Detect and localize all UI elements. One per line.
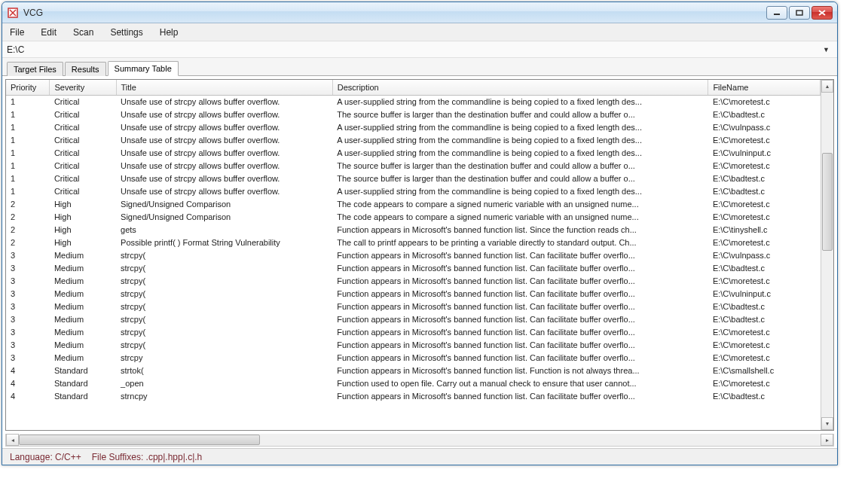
tab-row: Target Files Results Summary Table — [2, 58, 837, 76]
table-row[interactable]: 3MediumstrcpyFunction appears in Microso… — [6, 351, 821, 364]
vertical-scrollbar[interactable]: ▴ ▾ — [821, 80, 833, 430]
menu-scan[interactable]: Scan — [73, 27, 93, 38]
cell-severity: Critical — [50, 146, 116, 159]
table-row[interactable]: 2High getsFunction appears in Microsoft'… — [6, 223, 821, 236]
titlebar[interactable]: VCG — [2, 2, 837, 23]
table-row[interactable]: 3Mediumstrcpy(Function appears in Micros… — [6, 287, 821, 300]
column-header-filename[interactable]: FileName — [708, 80, 821, 95]
maximize-button[interactable] — [789, 6, 810, 20]
cell-priority: 3 — [6, 313, 50, 325]
column-header-priority[interactable]: Priority — [6, 80, 50, 95]
cell-description: The source buffer is larger than the des… — [332, 172, 708, 185]
scroll-up-button[interactable]: ▴ — [821, 80, 833, 93]
cell-severity: Critical — [50, 185, 116, 197]
menu-settings[interactable]: Settings — [110, 27, 142, 38]
table-row[interactable]: 3Mediumstrcpy(Function appears in Micros… — [6, 261, 821, 274]
cell-filename: E:\C\vulnpass.c — [708, 249, 821, 261]
close-button[interactable] — [811, 6, 833, 20]
cell-filename: E:\C\badtest.c — [708, 300, 821, 313]
scroll-thumb[interactable] — [822, 153, 833, 251]
cell-description: Function appears in Microsoft's banned f… — [332, 249, 708, 261]
summary-table: Priority Severity Title Description File… — [5, 79, 834, 431]
table-row[interactable]: 1CriticalUnsafe use of strcpy allows buf… — [6, 146, 821, 159]
menu-edit[interactable]: Edit — [41, 27, 57, 38]
tab-summary-table[interactable]: Summary Table — [108, 61, 179, 76]
cell-description: Function appears in Microsoft's banned f… — [332, 313, 708, 325]
cell-description: Function appears in Microsoft's banned f… — [332, 300, 708, 313]
table-row[interactable]: 3Mediumstrcpy(Function appears in Micros… — [6, 274, 821, 287]
scroll-left-button[interactable]: ◂ — [6, 434, 19, 446]
table-row[interactable]: 1CriticalUnsafe use of strcpy allows buf… — [6, 108, 821, 120]
tab-results[interactable]: Results — [65, 62, 106, 76]
cell-priority: 3 — [6, 249, 50, 261]
cell-filename: E:\C\moretest.c — [708, 325, 821, 338]
table-row[interactable]: 3Mediumstrcpy(Function appears in Micros… — [6, 313, 821, 325]
horizontal-scrollbar[interactable]: ◂ ▸ — [5, 434, 834, 447]
hscroll-thumb[interactable] — [19, 435, 260, 445]
path-combobox[interactable]: E:\C ▼ — [2, 41, 837, 58]
table-row[interactable]: 4Standardstrtok(Function appears in Micr… — [6, 364, 821, 377]
column-header-severity[interactable]: Severity — [50, 80, 116, 95]
cell-filename: E:\C\moretest.c — [708, 377, 821, 389]
cell-severity: Medium — [50, 274, 116, 287]
table-row[interactable]: 1CriticalUnsafe use of strcpy allows buf… — [6, 95, 821, 108]
scroll-track[interactable] — [821, 93, 833, 417]
cell-filename: E:\C\moretest.c — [708, 236, 821, 249]
cell-filename: E:\C\moretest.c — [708, 210, 821, 223]
table-row[interactable]: 3Mediumstrcpy(Function appears in Micros… — [6, 249, 821, 261]
cell-severity: Medium — [50, 338, 116, 351]
scroll-down-button[interactable]: ▾ — [821, 417, 833, 430]
cell-title: Unsafe use of strcpy allows buffer overf… — [116, 108, 332, 120]
cell-filename: E:\C\smallshell.c — [708, 364, 821, 377]
cell-priority: 4 — [6, 364, 50, 377]
table-row[interactable]: 3Mediumstrcpy(Function appears in Micros… — [6, 325, 821, 338]
tab-target-files[interactable]: Target Files — [7, 62, 63, 76]
cell-filename: E:\C\moretest.c — [708, 159, 821, 172]
cell-description: Function appears in Microsoft's banned f… — [332, 274, 708, 287]
table-row[interactable]: 3Mediumstrcpy(Function appears in Micros… — [6, 338, 821, 351]
cell-priority: 3 — [6, 274, 50, 287]
cell-filename: E:\C\tinyshell.c — [708, 223, 821, 236]
menu-help[interactable]: Help — [160, 27, 179, 38]
window: VCG File Edit Scan Settings Help E:\C ▼ … — [2, 2, 838, 465]
cell-severity: Critical — [50, 120, 116, 133]
menubar: File Edit Scan Settings Help — [2, 23, 837, 41]
table-row[interactable]: 2HighSigned/Unsigned ComparisonThe code … — [6, 197, 821, 210]
table-row[interactable]: 2HighPossible printf( ) Format String Vu… — [6, 236, 821, 249]
chevron-down-icon[interactable]: ▼ — [820, 46, 833, 53]
cell-filename: E:\C\moretest.c — [708, 351, 821, 364]
column-header-title[interactable]: Title — [116, 80, 332, 95]
table-row[interactable]: 1CriticalUnsafe use of strcpy allows buf… — [6, 185, 821, 197]
cell-title: strcpy( — [116, 274, 332, 287]
menu-file[interactable]: File — [10, 27, 24, 38]
cell-filename: E:\C\vulninput.c — [708, 287, 821, 300]
table-row[interactable]: 1CriticalUnsafe use of strcpy allows buf… — [6, 159, 821, 172]
cell-description: Function used to open file. Carry out a … — [332, 377, 708, 389]
cell-description: A user-supplied string from the commandl… — [332, 120, 708, 133]
cell-title: Possible printf( ) Format String Vulnera… — [116, 236, 332, 249]
table-row[interactable]: 4Standard_openFunction used to open file… — [6, 377, 821, 389]
column-header-description[interactable]: Description — [332, 80, 708, 95]
cell-priority: 3 — [6, 325, 50, 338]
cell-title: Unsafe use of strcpy allows buffer overf… — [116, 95, 332, 108]
cell-severity: Critical — [50, 133, 116, 146]
cell-priority: 2 — [6, 197, 50, 210]
cell-severity: High — [50, 223, 116, 236]
table-row[interactable]: 1CriticalUnsafe use of strcpy allows buf… — [6, 133, 821, 146]
cell-title: strcpy( — [116, 249, 332, 261]
cell-filename: E:\C\badtest.c — [708, 172, 821, 185]
cell-priority: 4 — [6, 389, 50, 402]
table-row[interactable]: 2HighSigned/Unsigned ComparisonThe code … — [6, 210, 821, 223]
hscroll-track[interactable] — [19, 434, 821, 446]
cell-priority: 3 — [6, 261, 50, 274]
table-row[interactable]: 3Mediumstrcpy(Function appears in Micros… — [6, 300, 821, 313]
table-row[interactable]: 1CriticalUnsafe use of strcpy allows buf… — [6, 120, 821, 133]
table-row[interactable]: 4StandardstrncpyFunction appears in Micr… — [6, 389, 821, 402]
table-row[interactable]: 1CriticalUnsafe use of strcpy allows buf… — [6, 172, 821, 185]
cell-filename: E:\C\moretest.c — [708, 95, 821, 108]
minimize-button[interactable] — [766, 6, 787, 20]
cell-priority: 4 — [6, 377, 50, 389]
cell-priority: 1 — [6, 120, 50, 133]
cell-severity: Medium — [50, 325, 116, 338]
scroll-right-button[interactable]: ▸ — [821, 434, 833, 446]
